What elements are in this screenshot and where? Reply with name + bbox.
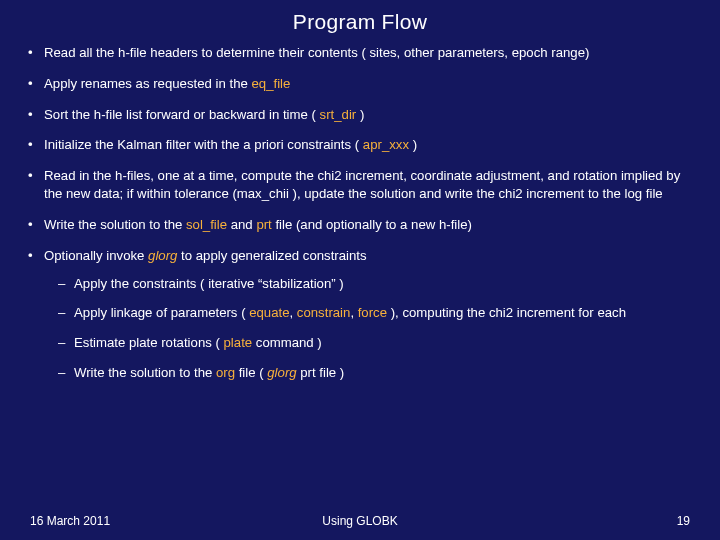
- slide-title: Program Flow: [28, 10, 692, 34]
- keyword: apr_xxx: [363, 137, 409, 152]
- keyword: equate: [249, 305, 289, 320]
- keyword: prt: [256, 217, 271, 232]
- keyword: constrain: [297, 305, 351, 320]
- bullet-text: and: [227, 217, 256, 232]
- sub-bullet-text: command ): [252, 335, 322, 350]
- bullet-item: Apply renames as requested in the eq_fil…: [28, 75, 692, 93]
- keyword: sol_file: [186, 217, 227, 232]
- footer-page-number: 19: [677, 514, 690, 528]
- bullet-item: Write the solution to the sol_file and p…: [28, 216, 692, 234]
- sub-bullet-item: Apply linkage of parameters ( equate, co…: [58, 304, 692, 322]
- sub-bullet-list: Apply the constraints ( iterative “stabi…: [58, 275, 692, 382]
- keyword: glorg: [267, 365, 296, 380]
- bullet-text: ): [409, 137, 417, 152]
- keyword: force: [358, 305, 387, 320]
- bullet-item: Sort the h-file list forward or backward…: [28, 106, 692, 124]
- sub-bullet-text: ), computing the chi2 increment for each: [387, 305, 626, 320]
- bullet-text: ): [356, 107, 364, 122]
- slide-footer: 16 March 2011 Using GLOBK 19: [0, 514, 720, 528]
- keyword: plate: [224, 335, 253, 350]
- sub-bullet-text: Apply linkage of parameters (: [74, 305, 249, 320]
- keyword: srt_dir: [320, 107, 357, 122]
- bullet-text: Read all the h-file headers to determine…: [44, 45, 589, 60]
- bullet-text: Optionally invoke: [44, 248, 148, 263]
- bullet-text: Read in the h-files, one at a time, comp…: [44, 168, 680, 201]
- bullet-text: Write the solution to the: [44, 217, 186, 232]
- keyword: eq_file: [251, 76, 290, 91]
- keyword: org: [216, 365, 235, 380]
- bullet-text: Sort the h-file list forward or backward…: [44, 107, 320, 122]
- bullet-text: Initialize the Kalman filter with the a …: [44, 137, 363, 152]
- sub-bullet-text: Write the solution to the: [74, 365, 216, 380]
- sub-bullet-text: Apply the constraints ( iterative “stabi…: [74, 276, 344, 291]
- footer-date: 16 March 2011: [30, 514, 110, 528]
- bullet-item: Read all the h-file headers to determine…: [28, 44, 692, 62]
- sub-bullet-item: Estimate plate rotations ( plate command…: [58, 334, 692, 352]
- bullet-item: Read in the h-files, one at a time, comp…: [28, 167, 692, 203]
- bullet-item: Optionally invoke glorg to apply general…: [28, 247, 692, 382]
- bullet-text: to apply generalized constraints: [177, 248, 366, 263]
- sub-bullet-item: Write the solution to the org file ( glo…: [58, 364, 692, 382]
- sub-bullet-text: prt file ): [297, 365, 345, 380]
- sub-bullet-text: Estimate plate rotations (: [74, 335, 224, 350]
- sub-bullet-text: ,: [350, 305, 357, 320]
- bullet-item: Initialize the Kalman filter with the a …: [28, 136, 692, 154]
- sub-bullet-text: file (: [235, 365, 267, 380]
- sub-bullet-text: ,: [290, 305, 297, 320]
- bullet-text: file (and optionally to a new h-file): [272, 217, 472, 232]
- slide: Program Flow Read all the h-file headers…: [0, 0, 720, 540]
- bullet-list: Read all the h-file headers to determine…: [28, 44, 692, 382]
- sub-bullet-item: Apply the constraints ( iterative “stabi…: [58, 275, 692, 293]
- keyword: glorg: [148, 248, 177, 263]
- bullet-text: Apply renames as requested in the: [44, 76, 251, 91]
